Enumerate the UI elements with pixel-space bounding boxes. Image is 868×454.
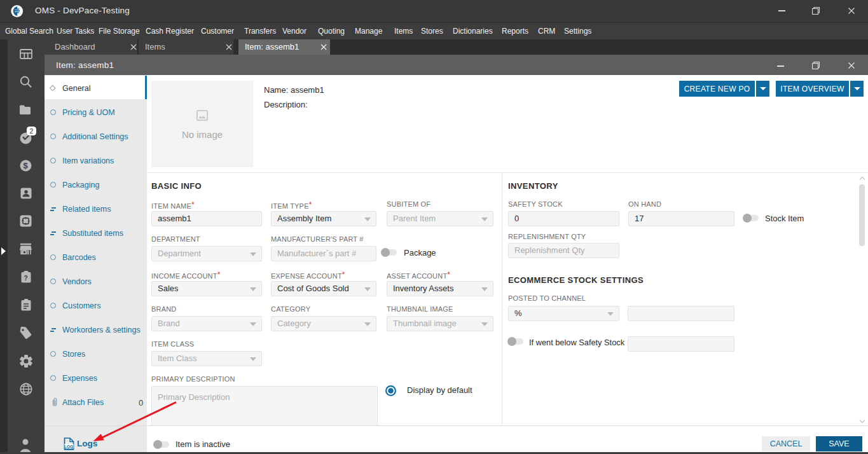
svg-text:?: ? xyxy=(24,275,27,282)
svg-text:LOG: LOG xyxy=(64,444,73,449)
svg-text:$: $ xyxy=(23,161,28,170)
